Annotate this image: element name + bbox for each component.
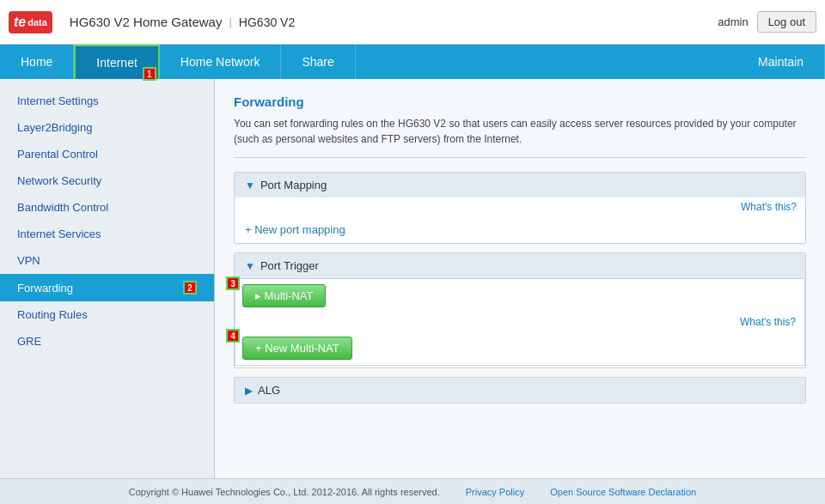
port-mapping-section: ▼ Port Mapping What's this? + New port m…	[234, 172, 806, 244]
footer: Copyright © Huawei Technologies Co., Ltd…	[0, 478, 825, 504]
logo-box: te data	[9, 11, 52, 33]
nav-item-internet-label: Internet	[96, 56, 137, 70]
port-trigger-section: ▼ Port Trigger 3 ▸ Multi-NAT What's this…	[234, 252, 806, 368]
multi-nat-header: 3 ▸ Multi-NAT	[235, 279, 804, 313]
header: te data HG630 V2 Home Gateway | HG630 V2…	[0, 0, 825, 45]
port-mapping-whatsthis: What's this?	[235, 197, 805, 216]
sidebar: Internet Settings Layer2Bridging Parenta…	[0, 79, 215, 478]
footer-open-source-link[interactable]: Open Source Software Declaration	[550, 487, 696, 497]
multi-nat-whatsthis-link[interactable]: What's this?	[740, 316, 796, 328]
nav-item-home[interactable]: Home	[0, 45, 74, 79]
nav-item-home-network[interactable]: Home Network	[160, 45, 282, 79]
nav-item-share[interactable]: Share	[281, 45, 355, 79]
port-mapping-title: Port Mapping	[260, 179, 327, 191]
footer-privacy-link[interactable]: Privacy Policy	[466, 487, 524, 497]
logo-data: data	[28, 17, 47, 27]
header-divider: |	[229, 15, 231, 28]
annotation-1: 1	[143, 67, 156, 81]
port-mapping-whatsthis-link[interactable]: What's this?	[741, 201, 797, 213]
port-mapping-arrow: ▼	[245, 179, 255, 191]
logout-button[interactable]: Log out	[757, 11, 816, 33]
sidebar-item-layer2bridging[interactable]: Layer2Bridging	[0, 114, 214, 141]
logo-brand: te	[14, 15, 26, 30]
annotation-4: 4	[226, 329, 240, 343]
sidebar-item-vpn[interactable]: VPN	[0, 247, 214, 274]
sidebar-item-routing-rules[interactable]: Routing Rules	[0, 301, 214, 328]
nav-item-internet[interactable]: Internet 1	[74, 45, 159, 79]
annotation-2: 2	[183, 281, 197, 295]
sidebar-item-internet-services[interactable]: Internet Services	[0, 221, 214, 247]
logo: te data	[9, 11, 52, 33]
main-nav: Home Internet 1 Home Network Share Maint…	[0, 45, 825, 79]
new-multi-nat-button[interactable]: 4 + New Multi-NAT	[242, 337, 352, 360]
new-multi-nat-row: 4 + New Multi-NAT	[235, 331, 804, 365]
header-right: admin Log out	[718, 11, 816, 33]
alg-header[interactable]: ▶ ALG	[235, 378, 805, 403]
multi-nat-label: ▸ Multi-NAT	[255, 289, 313, 302]
port-mapping-header[interactable]: ▼ Port Mapping	[235, 173, 805, 197]
alg-arrow: ▶	[245, 385, 253, 397]
nav-item-maintain[interactable]: Maintain	[737, 45, 825, 79]
annotation-3: 3	[226, 276, 240, 290]
multi-nat-button[interactable]: 3 ▸ Multi-NAT	[242, 284, 326, 307]
footer-copyright: Copyright © Huawei Technologies Co., Ltd…	[129, 487, 440, 497]
port-mapping-body: + New port mapping	[235, 216, 805, 243]
page-title: Forwarding	[234, 94, 806, 109]
content-area: Forwarding You can set forwarding rules …	[215, 79, 825, 478]
sidebar-forwarding-label: Forwarding	[17, 282, 73, 295]
main-layout: Internet Settings Layer2Bridging Parenta…	[0, 79, 825, 478]
sidebar-item-internet-settings[interactable]: Internet Settings	[0, 88, 214, 114]
multi-nat-whatsthis: What's this?	[235, 313, 804, 331]
port-trigger-title: Port Trigger	[260, 259, 319, 272]
new-port-mapping-link[interactable]: + New port mapping	[245, 223, 345, 236]
port-trigger-header[interactable]: ▼ Port Trigger	[235, 253, 805, 278]
alg-title: ALG	[258, 384, 280, 397]
port-trigger-arrow: ▼	[245, 260, 255, 272]
alg-section: ▶ ALG	[234, 377, 806, 404]
sidebar-item-parental-control[interactable]: Parental Control	[0, 141, 214, 167]
header-title: HG630 V2 Home Gateway	[70, 15, 223, 29]
header-subtitle: HG630 V2	[239, 15, 295, 29]
page-description: You can set forwarding rules on the HG63…	[234, 116, 806, 158]
new-multi-nat-label: + New Multi-NAT	[255, 342, 339, 355]
sidebar-item-network-security[interactable]: Network Security	[0, 167, 214, 194]
sidebar-item-forwarding[interactable]: Forwarding 2	[0, 274, 214, 301]
sidebar-item-gre[interactable]: GRE	[0, 328, 214, 355]
admin-label: admin	[718, 15, 748, 28]
multi-nat-container: 3 ▸ Multi-NAT What's this? 4 + New Multi…	[235, 278, 805, 366]
sidebar-item-bandwidth-control[interactable]: Bandwidth Control	[0, 194, 214, 221]
